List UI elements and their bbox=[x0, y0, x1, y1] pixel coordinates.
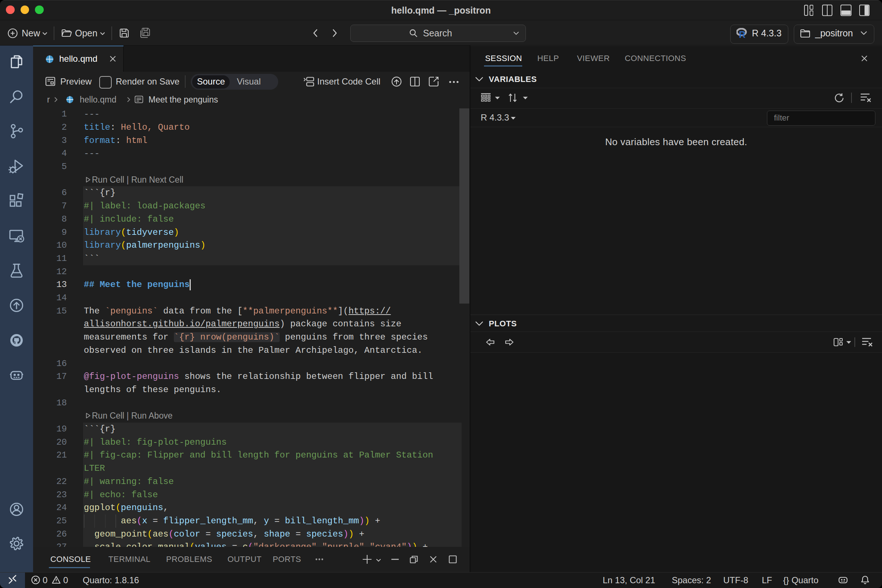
svg-text:R: R bbox=[739, 29, 746, 39]
